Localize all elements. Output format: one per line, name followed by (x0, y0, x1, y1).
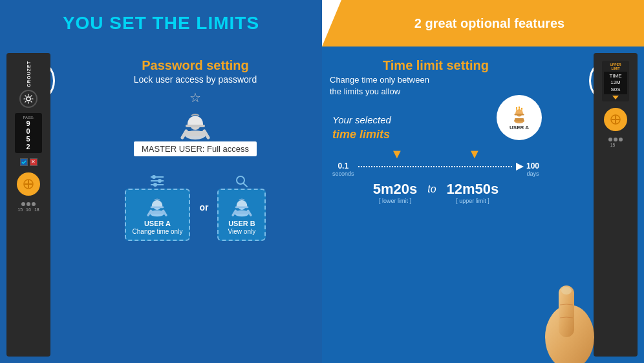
brand-label: CROUZET (27, 61, 31, 87)
search-icon (233, 173, 251, 189)
user-a-circle: USER A (497, 95, 542, 140)
user-a-tool-icon (510, 105, 528, 123)
right-device-bar: UPPERLIMIT TIME12MS0S 151 (594, 53, 638, 357)
upper-limit-item: 12m50s [ upper limit ] (447, 181, 499, 204)
terminal-labels: 151618 (17, 207, 39, 212)
svg-line-23 (243, 183, 247, 187)
timeline-arrow-end (516, 163, 524, 171)
header-left: YOU SET THE LIMITS (0, 0, 322, 47)
svg-rect-25 (235, 211, 248, 214)
right-device-display: UPPERLIMIT TIME12MS0S (602, 61, 629, 101)
left-content: Password setting Lock user access by pas… (50, 53, 322, 357)
master-user-label: MASTER USER: (142, 144, 205, 154)
time-limit-title: Time limit setting (330, 58, 542, 73)
sliders-icon (148, 173, 166, 189)
svg-point-37 (516, 107, 517, 109)
checkmark-area: ✕ (20, 158, 38, 166)
svg-point-0 (27, 97, 30, 101)
master-user-area: ☆ MASTER US (133, 90, 258, 164)
svg-rect-33 (515, 114, 524, 116)
left-panel: 1 CROUZET PASS: 9052 (0, 47, 322, 363)
svg-point-38 (519, 107, 520, 108)
main-title: YOU SET THE LIMITS (63, 13, 259, 34)
svg-rect-17 (151, 211, 164, 214)
arrow-down-1: ▼ (391, 147, 403, 160)
star-icon: ☆ (189, 90, 201, 105)
right-time-display: TIME12MS0S (604, 72, 627, 94)
orange-button-right[interactable] (604, 108, 627, 131)
port-row (21, 202, 36, 206)
user-a-helmet-icon (145, 194, 169, 217)
lower-limit-item: 5m20s [ lower limit ] (373, 181, 418, 204)
header-right: 2 great optional features (322, 0, 644, 47)
header: YOU SET THE LIMITS 2 great optional feat… (0, 0, 644, 47)
right-port-row (608, 138, 623, 141)
orange-button-left[interactable] (17, 172, 40, 196)
svg-rect-9 (186, 125, 205, 127)
svg-rect-29 (235, 206, 249, 208)
or-text: or (199, 202, 208, 213)
master-user-access: Full access (207, 144, 249, 154)
to-text: to (427, 183, 436, 204)
right-device-arrow (604, 96, 627, 99)
svg-rect-21 (151, 206, 164, 208)
sub-users-area: USER A Change time only or (125, 173, 266, 241)
svg-point-39 (521, 108, 522, 109)
upper-limit-value: 12m50s (447, 181, 499, 198)
password-setting-title: Password setting (142, 58, 249, 73)
user-a-column: USER A Change time only (125, 173, 191, 241)
right-terminal-labels: 151 (610, 143, 621, 147)
svg-point-13 (152, 175, 156, 179)
user-a-circle-label: USER A (510, 125, 529, 130)
user-a-label: USER A Change time only (133, 220, 183, 236)
main-content: 1 CROUZET PASS: 9052 (0, 47, 644, 363)
svg-point-14 (158, 179, 162, 183)
svg-point-15 (153, 183, 157, 187)
master-user-box: MASTER USER: Full access (133, 140, 258, 158)
limit-values-row: 5m20s [ lower limit ] to 12m50s [ upper … (330, 181, 542, 204)
timeline-row: 0.1 seconds 100 days (332, 161, 539, 177)
device-settings-icon (19, 90, 38, 108)
arrow-down-2: ▼ (468, 147, 481, 160)
timeline-arrows: ▼ ▼ (332, 147, 539, 161)
master-helmet-icon (178, 107, 212, 140)
svg-rect-31 (515, 118, 524, 121)
device-display: PASS: 9052 (15, 113, 42, 153)
lower-limit-value: 5m20s (373, 181, 418, 198)
device-code: 9052 (17, 119, 40, 150)
time-limit-subtitle: Change time only between the limits you … (330, 74, 542, 98)
right-panel: 2 Time limit setting Change time only be… (322, 47, 644, 363)
lower-limit-label: [ lower limit ] (379, 198, 411, 204)
password-setting-subtitle: Lock user access by password (134, 74, 257, 85)
user-b-helmet-icon (230, 194, 253, 217)
user-b-label: USER B View only (228, 220, 256, 236)
timeline-section: ▼ ▼ 0.1 seconds 100 days (330, 147, 542, 177)
svg-rect-5 (186, 131, 204, 136)
left-device-bar: CROUZET PASS: 9052 ✕ (6, 53, 50, 357)
timeline-dotted-line (358, 166, 512, 167)
timeline-start-label: 0.1 seconds (332, 161, 354, 177)
user-b-box: USER B View only (217, 189, 266, 241)
timeline-end-label: 100 days (526, 161, 539, 177)
right-content: Time limit setting Change time only betw… (322, 53, 594, 357)
user-b-column: USER B View only (217, 173, 266, 241)
upper-limit-label: [ upper limit ] (456, 198, 489, 204)
header-subtitle: 2 great optional features (402, 16, 564, 31)
user-a-box: USER A Change time only (125, 189, 191, 241)
